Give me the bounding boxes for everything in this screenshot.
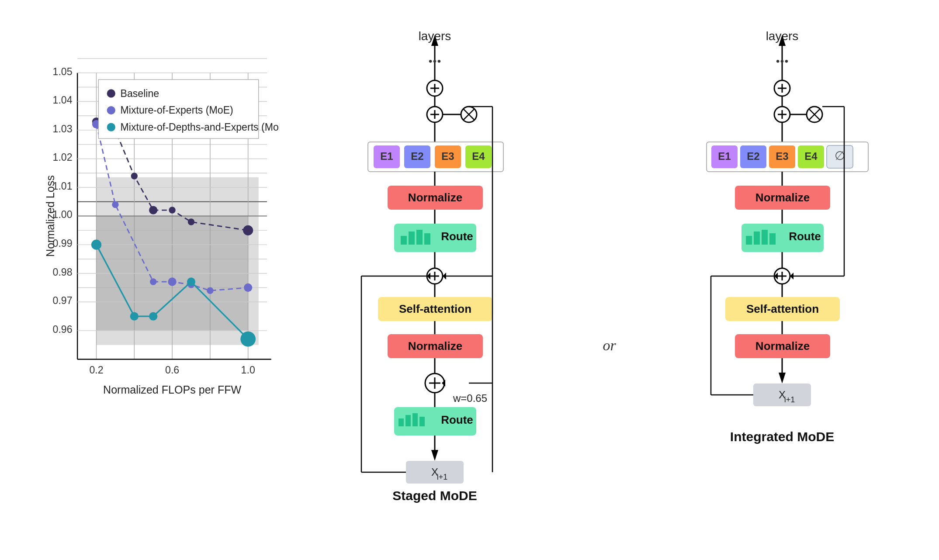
svg-text:E3: E3: [442, 150, 454, 162]
svg-text:1.0: 1.0: [241, 364, 255, 376]
mode-dot: [91, 240, 101, 250]
mode-dot: [187, 277, 195, 286]
chart-container: 1.05 1.04 1.03 1.02 1.01 1.00 0.99 0.98 …: [9, 13, 288, 547]
staged-diagram: layers •••: [326, 22, 545, 511]
svg-rect-151: [746, 236, 752, 245]
svg-marker-104: [431, 450, 438, 461]
chart-area: 1.05 1.04 1.03 1.02 1.01 1.00 0.99 0.98 …: [44, 26, 280, 419]
integrated-container: layers •••: [636, 13, 931, 547]
integrated-diagram: layers •••: [669, 22, 897, 511]
svg-rect-79: [424, 233, 430, 245]
svg-rect-99: [405, 415, 411, 426]
mode-dot: [240, 332, 256, 347]
mode-dot: [130, 312, 139, 320]
svg-text:0.96: 0.96: [53, 324, 73, 335]
moe-dot: [207, 287, 213, 294]
baseline-dot: [149, 206, 157, 214]
svg-text:0.97: 0.97: [53, 295, 73, 306]
y-axis-label: Normalized Loss: [44, 175, 56, 257]
moe-dot: [150, 278, 156, 285]
svg-text:0.98: 0.98: [53, 266, 73, 278]
svg-rect-153: [762, 230, 768, 245]
main-container: 1.05 1.04 1.03 1.02 1.01 1.00 0.99 0.98 …: [0, 0, 939, 560]
svg-text:E1: E1: [381, 150, 393, 162]
svg-rect-101: [419, 417, 425, 426]
moe-dot: [112, 201, 118, 208]
integrated-title: Integrated MoDE: [730, 429, 834, 444]
svg-text:w=0.65: w=0.65: [453, 392, 487, 404]
svg-text:Normalize: Normalize: [755, 191, 810, 204]
moe-dot: [168, 277, 176, 286]
svg-point-44: [107, 106, 115, 114]
or-container: or: [583, 13, 636, 547]
svg-text:1.05: 1.05: [53, 66, 73, 77]
staged-container: layers •••: [288, 13, 583, 547]
svg-text:E2: E2: [747, 150, 759, 162]
svg-text:E4: E4: [472, 150, 485, 162]
svg-text:E2: E2: [411, 150, 424, 162]
svg-text:i+1: i+1: [784, 395, 795, 404]
svg-text:1.04: 1.04: [53, 94, 73, 106]
svg-marker-178: [790, 273, 793, 280]
svg-text:Self-attention: Self-attention: [746, 302, 819, 315]
mode-dot: [149, 312, 157, 320]
legend-baseline: Baseline: [121, 88, 159, 99]
svg-rect-78: [416, 230, 423, 245]
svg-marker-117: [443, 273, 446, 280]
svg-rect-76: [401, 236, 407, 245]
svg-text:E1: E1: [718, 150, 731, 162]
svg-text:Normalize: Normalize: [408, 339, 462, 353]
svg-text:∅: ∅: [835, 149, 845, 162]
svg-marker-167: [779, 373, 786, 384]
svg-text:Route: Route: [441, 413, 473, 426]
svg-text:0.6: 0.6: [165, 364, 179, 376]
svg-text:Normalize: Normalize: [408, 191, 462, 204]
svg-text:E3: E3: [776, 150, 788, 162]
chart-svg: 1.05 1.04 1.03 1.02 1.01 1.00 0.99 0.98 …: [44, 26, 280, 419]
baseline-dot: [131, 173, 138, 179]
svg-text:Normalize: Normalize: [755, 339, 810, 353]
svg-text:1.03: 1.03: [53, 123, 73, 135]
svg-rect-77: [409, 232, 415, 245]
svg-text:Route: Route: [441, 230, 473, 243]
baseline-dot: [243, 225, 253, 235]
svg-text:Self-attention: Self-attention: [399, 302, 471, 315]
svg-rect-152: [754, 232, 760, 245]
svg-text:E4: E4: [804, 150, 818, 162]
svg-text:1.02: 1.02: [53, 152, 73, 163]
svg-point-43: [107, 89, 115, 97]
svg-rect-100: [412, 413, 418, 426]
legend-mode: Mixture-of-Depths-and-Experts (MoDE): [121, 121, 280, 133]
svg-text:Route: Route: [789, 230, 821, 243]
or-text: or: [603, 337, 616, 354]
svg-point-45: [107, 123, 115, 131]
svg-text:0.2: 0.2: [89, 364, 103, 376]
baseline-dot: [188, 218, 194, 225]
baseline-dot: [169, 207, 175, 213]
svg-rect-154: [769, 233, 776, 245]
x-axis-label: Normalized FLOPs per FFW: [103, 384, 241, 396]
moe-dot: [244, 283, 252, 292]
svg-rect-98: [398, 418, 404, 426]
svg-text:i+1: i+1: [437, 473, 448, 481]
legend-moe: Mixture-of-Experts (MoE): [121, 104, 233, 116]
staged-title: Staged MoDE: [393, 488, 477, 503]
